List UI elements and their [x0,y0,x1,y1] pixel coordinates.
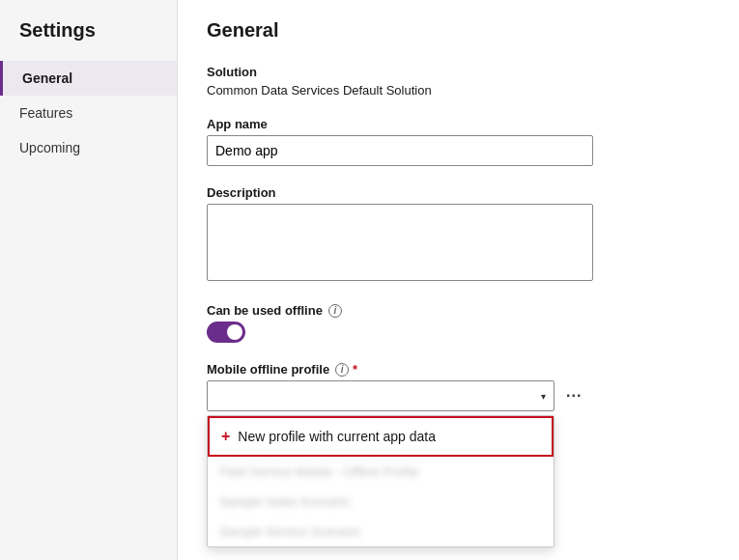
sidebar: Settings General Features Upcoming [0,0,178,560]
dropdown-option-1[interactable]: Field Service Mobile - Offline Profile [208,457,554,487]
toggle-knob [227,324,242,340]
dropdown-option-2[interactable]: Sample Sales Scenario [208,487,554,517]
required-indicator: * [353,362,357,377]
main-content: General Solution Common Data Services De… [178,0,739,560]
dropdown-option-3[interactable]: Sample Service Scenario [208,517,554,546]
chevron-down-icon: ▾ [541,391,546,402]
profile-info-icon: i [335,363,349,377]
mobile-offline-profile-field: Mobile offline profile i * ▾ ··· + New p… [207,362,710,411]
offline-field: Can be used offline i [207,303,710,343]
solution-field: Solution Common Data Services Default So… [207,65,710,98]
profile-dropdown[interactable]: ▾ [207,380,554,411]
solution-label: Solution [207,65,710,79]
description-field: Description [207,185,710,284]
sidebar-item-general[interactable]: General [0,61,177,96]
page-title: General [207,19,710,42]
app-name-label: App name [207,117,710,131]
description-label: Description [207,185,710,200]
plus-icon: + [221,428,230,445]
profile-dropdown-row: ▾ ··· + New profile with current app dat… [207,380,710,411]
sidebar-item-features[interactable]: Features [0,96,177,130]
app-name-input[interactable] [207,135,593,166]
mobile-offline-profile-label: Mobile offline profile i * [207,362,710,377]
description-input[interactable] [207,204,593,281]
dropdown-option-new-profile[interactable]: + New profile with current app data [208,416,554,457]
sidebar-item-upcoming[interactable]: Upcoming [0,130,177,165]
offline-toggle[interactable] [207,322,245,343]
offline-info-icon: i [328,304,342,318]
offline-toggle-container [207,322,710,343]
solution-value: Common Data Services Default Solution [207,83,710,98]
app-name-field: App name [207,117,710,166]
new-profile-label: New profile with current app data [238,429,436,444]
more-options-button[interactable]: ··· [560,385,587,406]
offline-label: Can be used offline i [207,303,710,318]
dropdown-popup: + New profile with current app data Fiel… [207,415,554,547]
sidebar-title: Settings [0,19,177,61]
